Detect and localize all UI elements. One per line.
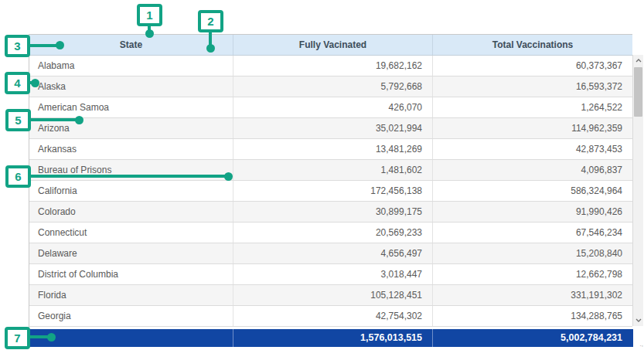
table-row[interactable]: Colorado30,899,17591,990,426 xyxy=(29,202,632,223)
callout-1: 1 xyxy=(137,4,162,26)
table-row[interactable]: Arizona35,021,994114,962,359 xyxy=(29,118,632,139)
totals-fully-vacinated-cell: 1,576,013,515 xyxy=(233,329,433,347)
callout-2: 2 xyxy=(198,10,223,32)
table-row[interactable]: Alabama19,682,16260,373,367 xyxy=(29,56,632,76)
total-vaccinations-cell: 586,324,964 xyxy=(433,181,632,201)
scroll-down-button[interactable] xyxy=(633,314,643,326)
callout-3: 3 xyxy=(5,35,30,57)
callout-3-connector xyxy=(29,44,57,47)
callout-5-dot xyxy=(75,116,83,124)
state-cell: Georgia xyxy=(29,306,233,326)
fully-vacinated-cell: 35,021,994 xyxy=(233,118,433,138)
column-header-total-vaccinations[interactable]: Total Vaccinations xyxy=(433,35,632,55)
total-vaccinations-cell: 1,264,522 xyxy=(433,97,632,117)
fully-vacinated-cell: 172,456,138 xyxy=(233,181,433,201)
callout-4-dot xyxy=(31,79,39,87)
callout-1-dot xyxy=(145,29,154,38)
fully-vacinated-cell: 4,656,497 xyxy=(233,243,433,263)
total-vaccinations-cell: 12,662,798 xyxy=(433,264,632,284)
fully-vacinated-cell: 42,754,302 xyxy=(233,306,433,326)
table-row[interactable]: Connecticut20,569,23367,546,234 xyxy=(29,223,632,243)
scroll-up-button[interactable] xyxy=(633,55,643,66)
total-vaccinations-cell: 67,546,234 xyxy=(433,223,632,243)
callout-4: 4 xyxy=(5,72,30,94)
total-vaccinations-cell: 60,373,367 xyxy=(433,56,632,76)
callout-2-dot xyxy=(206,44,215,53)
state-cell: Colorado xyxy=(29,202,233,222)
total-vaccinations-cell: 15,208,840 xyxy=(433,243,632,263)
fully-vacinated-cell: 105,128,451 xyxy=(233,285,433,305)
callout-5-connector xyxy=(30,118,78,121)
state-cell: Alabama xyxy=(29,56,233,76)
table-row[interactable]: District of Columbia3,018,44712,662,798 xyxy=(29,264,632,285)
state-cell: Arkansas xyxy=(29,139,233,159)
table-row[interactable]: Georgia42,754,302134,288,765 xyxy=(29,306,632,327)
fully-vacinated-cell: 3,018,447 xyxy=(233,264,433,284)
totals-state-cell xyxy=(29,329,233,347)
table-row[interactable]: American Samoa426,0701,264,522 xyxy=(29,97,632,118)
table-row[interactable]: California172,456,138586,324,964 xyxy=(29,181,632,202)
total-vaccinations-cell: 114,962,359 xyxy=(433,118,632,138)
state-cell: Florida xyxy=(29,285,233,305)
fully-vacinated-cell: 5,792,668 xyxy=(233,76,433,97)
state-cell: Connecticut xyxy=(29,223,233,243)
fully-vacinated-cell: 30,899,175 xyxy=(233,202,433,222)
table-row[interactable]: Delaware4,656,49715,208,840 xyxy=(29,243,632,264)
callout-6: 6 xyxy=(5,165,31,188)
chevron-down-icon xyxy=(635,318,642,322)
total-vaccinations-cell: 331,191,302 xyxy=(433,285,632,305)
total-vaccinations-cell: 4,096,837 xyxy=(433,160,632,180)
fully-vacinated-cell: 19,682,162 xyxy=(233,56,433,76)
total-vaccinations-cell: 16,593,372 xyxy=(433,76,632,97)
total-vaccinations-cell: 42,873,453 xyxy=(433,139,632,159)
callout-3-dot xyxy=(56,41,64,49)
callout-7: 7 xyxy=(5,327,30,349)
resize-grip-icon: ., xyxy=(635,341,643,348)
state-cell: District of Columbia xyxy=(29,264,233,284)
column-header-fully-vacinated[interactable]: Fully Vacinated xyxy=(233,35,433,55)
fully-vacinated-cell: 13,481,269 xyxy=(233,139,433,159)
table-body: Alabama19,682,16260,373,367Alaska5,792,6… xyxy=(29,56,632,327)
callout-6-dot xyxy=(224,172,233,181)
callout-6-connector xyxy=(30,175,227,178)
fully-vacinated-cell: 426,070 xyxy=(233,97,433,117)
table-header-row: State Fully Vacinated Total Vaccinations xyxy=(29,35,632,56)
total-vaccinations-cell: 91,990,426 xyxy=(433,202,632,222)
state-cell: California xyxy=(29,181,233,201)
state-cell: Delaware xyxy=(29,243,233,263)
totals-total-vaccinations-cell: 5,002,784,231 xyxy=(433,329,632,347)
scrollbar-thumb[interactable] xyxy=(634,67,642,117)
vertical-scrollbar[interactable] xyxy=(632,55,643,326)
table-row[interactable]: Florida105,128,451331,191,302 xyxy=(29,285,632,306)
state-cell: Alaska xyxy=(29,76,233,97)
list-table: State Fully Vacinated Total Vaccinations… xyxy=(29,34,632,346)
chevron-up-icon xyxy=(635,59,642,63)
callout-7-dot xyxy=(47,333,56,342)
totals-row: 1,576,013,515 5,002,784,231 xyxy=(29,329,633,347)
table-row[interactable]: Alaska5,792,66816,593,372 xyxy=(29,76,632,97)
fully-vacinated-cell: 20,569,233 xyxy=(233,223,433,243)
total-vaccinations-cell: 134,288,765 xyxy=(433,306,632,326)
state-cell: American Samoa xyxy=(29,97,233,117)
fully-vacinated-cell: 1,481,602 xyxy=(233,160,433,180)
table-row[interactable]: Arkansas13,481,26942,873,453 xyxy=(29,139,632,160)
callout-5: 5 xyxy=(5,109,31,131)
